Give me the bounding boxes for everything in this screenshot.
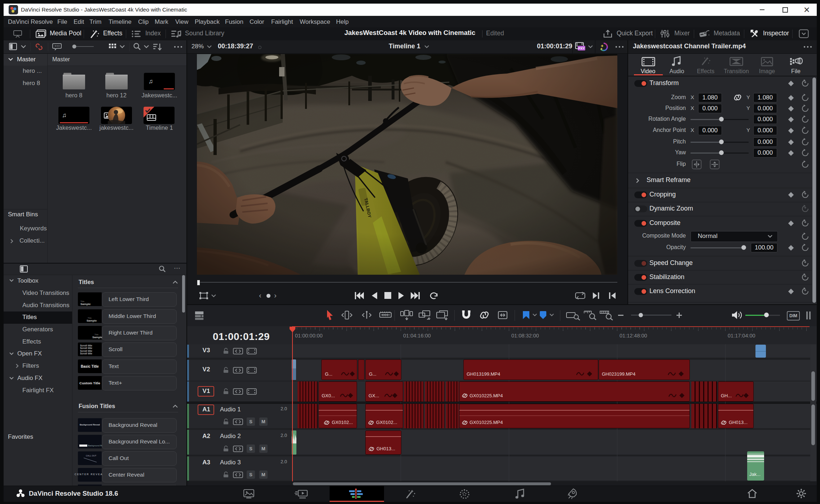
svg-text:PXY: PXY xyxy=(578,47,585,50)
